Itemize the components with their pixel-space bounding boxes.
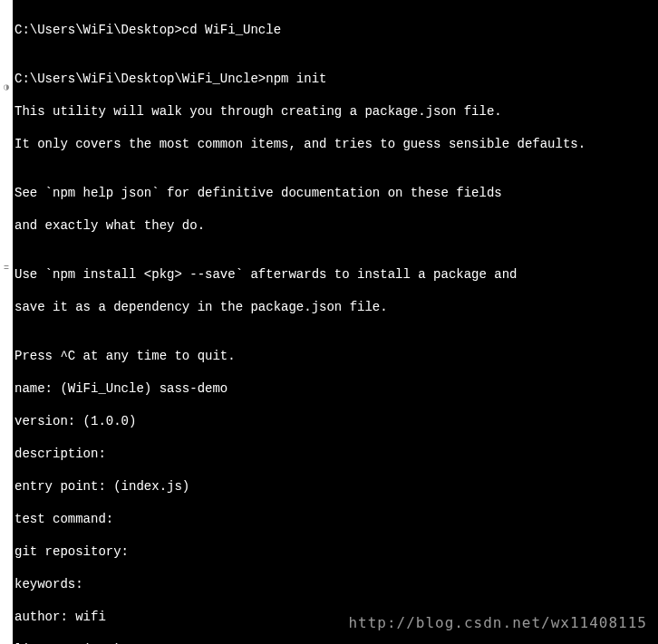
terminal-line: test command: — [15, 511, 658, 527]
terminal-line: entry point: (index.js) — [15, 478, 658, 495]
terminal-line: version: (1.0.0) — [15, 413, 658, 429]
terminal-line: save it as a dependency in the package.j… — [15, 299, 658, 315]
terminal-line: description: — [15, 446, 658, 462]
terminal-line: name: (WiFi_Uncle) sass-demo — [15, 380, 658, 397]
gutter-marker-icon: = — [0, 263, 13, 275]
terminal-line: C:\Users\WiFi\Desktop\WiFi_Uncle>npm ini… — [15, 71, 658, 87]
terminal-line: See `npm help json` for definitive docum… — [15, 185, 658, 201]
terminal-output[interactable]: C:\Users\WiFi\Desktop>cd WiFi_Uncle C:\U… — [13, 0, 658, 644]
gutter-marker-icon: ◑ — [0, 82, 13, 94]
terminal-line: keywords: — [15, 576, 658, 592]
terminal-line: Use `npm install <pkg> --save` afterward… — [15, 266, 658, 283]
watermark-text: http://blog.csdn.net/wx11408115 — [348, 615, 647, 631]
terminal-line: and exactly what they do. — [15, 217, 658, 234]
terminal-line: Press ^C at any time to quit. — [15, 348, 658, 364]
terminal-line: git repository: — [15, 543, 658, 560]
terminal-line: This utility will walk you through creat… — [15, 103, 658, 120]
terminal-line: C:\Users\WiFi\Desktop>cd WiFi_Uncle — [15, 22, 658, 38]
editor-gutter: ◑ = — [0, 0, 13, 644]
terminal-line: It only covers the most common items, an… — [15, 136, 658, 152]
